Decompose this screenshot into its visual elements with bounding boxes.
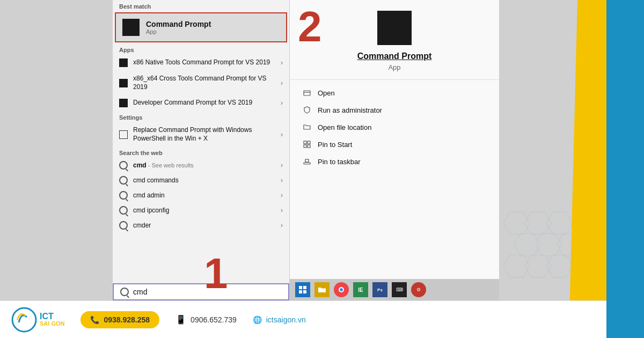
search-icon bbox=[119, 161, 128, 170]
best-match-item[interactable]: Command Prompt App bbox=[115, 12, 287, 42]
taskbar-icon-app1[interactable]: IE bbox=[353, 282, 368, 297]
search-results-pane: Best match Command Prompt App Apps x86 N… bbox=[113, 0, 290, 300]
chevron-right-icon: › bbox=[281, 131, 283, 138]
taskbar-icon-windows[interactable] bbox=[295, 282, 310, 297]
web-search-cmd-admin[interactable]: cmd admin › bbox=[113, 188, 289, 203]
bottom-bar: ICT SAI GON 📞 0938.928.258 📱 0906.652.73… bbox=[0, 300, 606, 338]
svg-marker-3 bbox=[514, 233, 540, 256]
app-item-label: x86 Native Tools Command Prompt for VS 2… bbox=[133, 58, 270, 67]
taskbar-icon-app2[interactable]: ⌨ bbox=[392, 282, 407, 297]
app-item-dev-prompt[interactable]: Developer Command Prompt for VS 2019 › bbox=[113, 95, 289, 111]
svg-rect-13 bbox=[308, 145, 310, 148]
action-label: Open file location bbox=[318, 123, 371, 131]
svg-rect-9 bbox=[304, 91, 310, 95]
taskbar-icon-photoshop[interactable]: Ps bbox=[372, 282, 387, 297]
svg-marker-6 bbox=[503, 255, 530, 277]
search-icon bbox=[119, 221, 128, 230]
action-pin-taskbar[interactable]: Pin to taskbar bbox=[301, 153, 488, 170]
svg-marker-4 bbox=[536, 233, 562, 256]
svg-rect-19 bbox=[303, 290, 306, 293]
phone-number-2: 0906.652.739 bbox=[191, 315, 237, 324]
search-input-icon bbox=[120, 288, 129, 296]
detail-app-type: App bbox=[388, 63, 400, 71]
svg-marker-2 bbox=[546, 212, 573, 234]
app-item-label: Developer Command Prompt for VS 2019 bbox=[133, 99, 252, 107]
app-icon bbox=[119, 79, 128, 87]
web-search-cmd[interactable]: cmd - See web results › bbox=[113, 158, 289, 173]
svg-rect-10 bbox=[304, 141, 306, 144]
action-open-location[interactable]: Open file location bbox=[301, 119, 488, 136]
svg-marker-1 bbox=[525, 212, 551, 234]
svg-rect-17 bbox=[303, 286, 306, 289]
web-search-label: cmder bbox=[133, 222, 151, 229]
web-search-cmder[interactable]: cmder › bbox=[113, 218, 289, 233]
app-item-label: x86_x64 Cross Tools Command Prompt for V… bbox=[133, 75, 281, 91]
pin-start-icon bbox=[303, 140, 311, 149]
saigon-text: SAI GON bbox=[40, 321, 64, 327]
search-icon bbox=[119, 206, 128, 215]
svg-rect-14 bbox=[304, 163, 310, 164]
action-label: Pin to taskbar bbox=[318, 158, 361, 166]
svg-rect-11 bbox=[308, 141, 310, 144]
search-input-bar[interactable] bbox=[113, 283, 289, 300]
svg-point-21 bbox=[340, 288, 343, 291]
apps-header: Apps bbox=[113, 43, 289, 55]
open-icon bbox=[303, 89, 311, 97]
best-match-title: Command Prompt bbox=[146, 20, 211, 28]
action-run-admin[interactable]: Run as administrator bbox=[301, 101, 488, 119]
best-match-subtitle: App bbox=[146, 28, 211, 35]
search-web-header: Search the web bbox=[113, 146, 289, 158]
phone-icon-2: 📱 bbox=[175, 314, 186, 325]
phone-button-1[interactable]: 📞 0938.928.258 bbox=[80, 311, 159, 328]
svg-rect-15 bbox=[305, 159, 309, 162]
app-item-x86-native[interactable]: x86 Native Tools Command Prompt for VS 2… bbox=[113, 55, 289, 71]
web-search-label: cmd commands bbox=[133, 177, 179, 184]
web-search-label: cmd admin bbox=[133, 192, 165, 199]
search-icon bbox=[119, 191, 128, 200]
settings-item-label: Replace Command Prompt with Windows Powe… bbox=[133, 126, 281, 143]
step-badge-2: 2 bbox=[298, 5, 322, 48]
taskbar-icon-chrome[interactable] bbox=[334, 282, 349, 297]
website-link[interactable]: 🌐 ictsaigon.vn bbox=[253, 315, 306, 324]
detail-actions: Open Run as administrator Open file loca… bbox=[290, 84, 499, 170]
cmd-icon bbox=[122, 19, 140, 36]
svg-rect-16 bbox=[299, 286, 302, 289]
ict-logo: ICT SAI GON bbox=[11, 306, 64, 333]
chevron-right-icon: › bbox=[281, 161, 283, 169]
chevron-right-icon: › bbox=[281, 79, 283, 87]
folder-icon bbox=[303, 123, 311, 131]
detail-app-name: Command Prompt bbox=[357, 52, 432, 61]
detail-app-icon bbox=[377, 11, 412, 45]
action-label: Run as administrator bbox=[318, 106, 382, 114]
action-label: Pin to Start bbox=[318, 141, 352, 149]
action-label: Open bbox=[318, 89, 335, 97]
globe-icon: 🌐 bbox=[253, 315, 262, 324]
deco-blue-shape bbox=[606, 0, 644, 338]
settings-icon bbox=[119, 130, 128, 139]
taskbar-icon-app3[interactable]: ⚙ bbox=[411, 282, 426, 297]
app-icon bbox=[119, 99, 128, 107]
taskbar-icon-folder[interactable] bbox=[314, 282, 330, 297]
svg-rect-18 bbox=[299, 290, 302, 293]
svg-marker-0 bbox=[503, 212, 530, 234]
settings-item-replace-cmd[interactable]: Replace Command Prompt with Windows Powe… bbox=[113, 122, 289, 146]
chevron-right-icon: › bbox=[281, 99, 283, 107]
action-open[interactable]: Open bbox=[301, 84, 488, 101]
phone-icon-1: 📞 bbox=[90, 315, 99, 324]
chevron-right-icon: › bbox=[281, 59, 283, 67]
ict-logo-icon bbox=[11, 306, 38, 333]
svg-rect-12 bbox=[304, 145, 306, 148]
chevron-right-icon: › bbox=[281, 177, 283, 184]
app-item-x86-x64[interactable]: x86_x64 Cross Tools Command Prompt for V… bbox=[113, 71, 289, 95]
web-search-cmd-ipconfig[interactable]: cmd ipconfig › bbox=[113, 203, 289, 218]
search-icon bbox=[119, 176, 128, 185]
ict-text: ICT bbox=[40, 312, 64, 321]
svg-marker-8 bbox=[546, 255, 573, 277]
phone-link-2[interactable]: 📱 0906.652.739 bbox=[175, 314, 237, 325]
taskbar-strip: IE Ps ⌨ ⚙ bbox=[290, 279, 499, 300]
phone-number-1: 0938.928.258 bbox=[104, 315, 150, 324]
action-pin-start[interactable]: Pin to Start bbox=[301, 136, 488, 153]
svg-point-22 bbox=[12, 308, 36, 332]
web-search-cmd-commands[interactable]: cmd commands › bbox=[113, 173, 289, 188]
pin-taskbar-icon bbox=[303, 157, 311, 166]
